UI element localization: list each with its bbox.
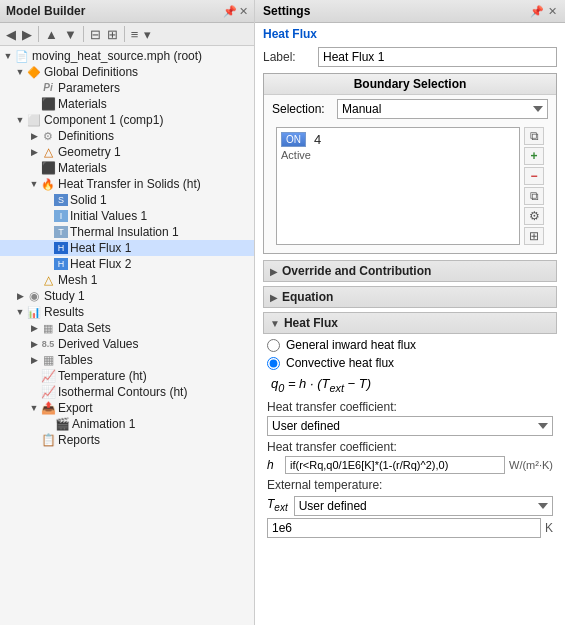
params-icon: Pi	[40, 81, 56, 95]
tree-item-params[interactable]: Pi Parameters	[0, 80, 254, 96]
coeff2-label: Heat transfer coefficient:	[267, 440, 553, 454]
tree-item-study1[interactable]: ▶ ◉ Study 1	[0, 288, 254, 304]
label-reports: Reports	[58, 433, 100, 447]
tables-icon: ▦	[40, 353, 56, 367]
tree-item-ht[interactable]: ▼ 🔥 Heat Transfer in Solids (ht)	[0, 176, 254, 192]
sep1	[38, 26, 39, 42]
tree-item-mats1[interactable]: ⬛ Materials	[0, 160, 254, 176]
label-defs: Definitions	[58, 129, 114, 143]
tree-item-anim1[interactable]: 🎬 Animation 1	[0, 416, 254, 432]
heat-flux-content: General inward heat flux Convective heat…	[263, 338, 557, 538]
selection-dropdown[interactable]: Manual	[337, 99, 548, 119]
tree-item-temp[interactable]: 📈 Temperature (ht)	[0, 368, 254, 384]
tree-item-heatflux2[interactable]: H Heat Flux 2	[0, 256, 254, 272]
tree-item-global[interactable]: ▼ 🔶 Global Definitions	[0, 64, 254, 80]
radio-row-2: Convective heat flux	[267, 356, 553, 370]
label-derived: Derived Values	[58, 337, 138, 351]
tree-item-tables[interactable]: ▶ ▦ Tables	[0, 352, 254, 368]
arrow-tables: ▶	[28, 355, 40, 365]
formula-text: q0 = h · (Text − T)	[271, 376, 371, 391]
tree-item-comp1[interactable]: ▼ ⬜ Component 1 (comp1)	[0, 112, 254, 128]
tree-item-reports[interactable]: 📋 Reports	[0, 432, 254, 448]
boundary-selection-header: Boundary Selection	[264, 74, 556, 95]
tree-item-defs[interactable]: ▶ ⚙ Definitions	[0, 128, 254, 144]
heatflux2-icon: H	[54, 258, 68, 270]
grid-boundary-button[interactable]: ⊞	[524, 227, 544, 245]
expand-button[interactable]: ⊟	[88, 27, 103, 42]
heatflux1-icon: H	[54, 242, 68, 254]
heatflux-section-title: Heat Flux	[284, 316, 338, 330]
mats-global-icon: ⬛	[40, 97, 56, 111]
datasets-icon: ▦	[40, 321, 56, 335]
heatflux-arrow-icon: ▼	[270, 318, 280, 329]
label-datasets: Data Sets	[58, 321, 111, 335]
paste-boundary-button[interactable]: ⧉	[524, 127, 544, 145]
label-iso: Isothermal Contours (ht)	[58, 385, 187, 399]
tree-item-iso[interactable]: 📈 Isothermal Contours (ht)	[0, 384, 254, 400]
root-icon: 📄	[14, 49, 30, 63]
model-builder-header: Model Builder 📌 ✕	[0, 0, 254, 23]
arrow-study1: ▶	[14, 291, 26, 301]
tree-item-root[interactable]: ▼ 📄 moving_heat_source.mph (root)	[0, 48, 254, 64]
tree-item-export[interactable]: ▼ 📤 Export	[0, 400, 254, 416]
settings-boundary-button[interactable]: ⚙	[524, 207, 544, 225]
text-ext-dropdown[interactable]: User defined	[294, 496, 553, 516]
list-button[interactable]: ≡	[129, 27, 141, 42]
back-button[interactable]: ◀	[4, 27, 18, 42]
tree-item-initvals[interactable]: I Initial Values 1	[0, 208, 254, 224]
temp-icon: 📈	[40, 369, 56, 383]
remove-boundary-button[interactable]: −	[524, 167, 544, 185]
tree-toolbar: ◀ ▶ ▲ ▼ ⊟ ⊞ ≡ ▾	[0, 23, 254, 46]
more-button[interactable]: ▾	[142, 27, 153, 42]
arrow-geom1: ▶	[28, 147, 40, 157]
formula-display: q0 = h · (Text − T)	[271, 376, 549, 394]
close2-icon[interactable]: ✕	[548, 5, 557, 18]
h-value-input[interactable]	[285, 456, 505, 474]
tree-item-solid1[interactable]: S Solid 1	[0, 192, 254, 208]
convective-radio[interactable]	[267, 357, 280, 370]
h-unit-label: W/(m²·K)	[509, 459, 553, 471]
override-section-header[interactable]: ▶ Override and Contribution	[263, 260, 557, 282]
tree-item-geom1[interactable]: ▶ △ Geometry 1	[0, 144, 254, 160]
boundary-sel-box: ON 4 Active	[276, 127, 520, 245]
forward-button[interactable]: ▶	[20, 27, 34, 42]
model-builder-panel: Model Builder 📌 ✕ ◀ ▶ ▲ ▼ ⊟ ⊞ ≡ ▾ ▼ 📄 mo…	[0, 0, 255, 625]
ext-temp-value-input[interactable]	[267, 518, 541, 538]
coeff1-label: Heat transfer coefficient:	[267, 400, 553, 414]
close-icon[interactable]: ✕	[239, 5, 248, 18]
tree-item-datasets[interactable]: ▶ ▦ Data Sets	[0, 320, 254, 336]
down-button[interactable]: ▼	[62, 27, 79, 42]
tree-item-mesh1[interactable]: △ Mesh 1	[0, 272, 254, 288]
label-input[interactable]	[318, 47, 557, 67]
tree-item-derived[interactable]: ▶ 8.5 Derived Values	[0, 336, 254, 352]
tree-item-heatflux1[interactable]: H Heat Flux 1	[0, 240, 254, 256]
tree-item-mats-global[interactable]: ⬛ Materials	[0, 96, 254, 112]
collapse-button[interactable]: ⊞	[105, 27, 120, 42]
coeff1-dropdown-row: User defined Forced convection Natural c…	[267, 416, 553, 436]
copy-boundary-button[interactable]: ⧉	[524, 187, 544, 205]
arrow-comp1: ▼	[14, 115, 26, 125]
tree-item-insulation[interactable]: T Thermal Insulation 1	[0, 224, 254, 240]
settings-panel: Settings 📌 ✕ Heat Flux Label: Boundary S…	[255, 0, 565, 625]
mesh1-icon: △	[40, 273, 56, 287]
general-inward-radio[interactable]	[267, 339, 280, 352]
ext-temp-val-row: K	[267, 518, 553, 538]
equation-section-header[interactable]: ▶ Equation	[263, 286, 557, 308]
results-icon: 📊	[26, 305, 42, 319]
label-initvals: Initial Values 1	[70, 209, 147, 223]
radio-row-1: General inward heat flux	[267, 338, 553, 352]
arrow-root: ▼	[2, 51, 14, 61]
up-button[interactable]: ▲	[43, 27, 60, 42]
coeff1-dropdown[interactable]: User defined Forced convection Natural c…	[267, 416, 553, 436]
equation-section-title: Equation	[282, 290, 333, 304]
anim1-icon: 🎬	[54, 417, 70, 431]
add-boundary-button[interactable]: +	[524, 147, 544, 165]
label-temp: Temperature (ht)	[58, 369, 147, 383]
override-arrow-icon: ▶	[270, 266, 278, 277]
on-button[interactable]: ON	[281, 132, 306, 147]
geom1-icon: △	[40, 145, 56, 159]
heatflux-section-header[interactable]: ▼ Heat Flux	[263, 312, 557, 334]
tree-item-results[interactable]: ▼ 📊 Results	[0, 304, 254, 320]
settings-title: Settings	[263, 4, 310, 18]
label-anim1: Animation 1	[72, 417, 135, 431]
